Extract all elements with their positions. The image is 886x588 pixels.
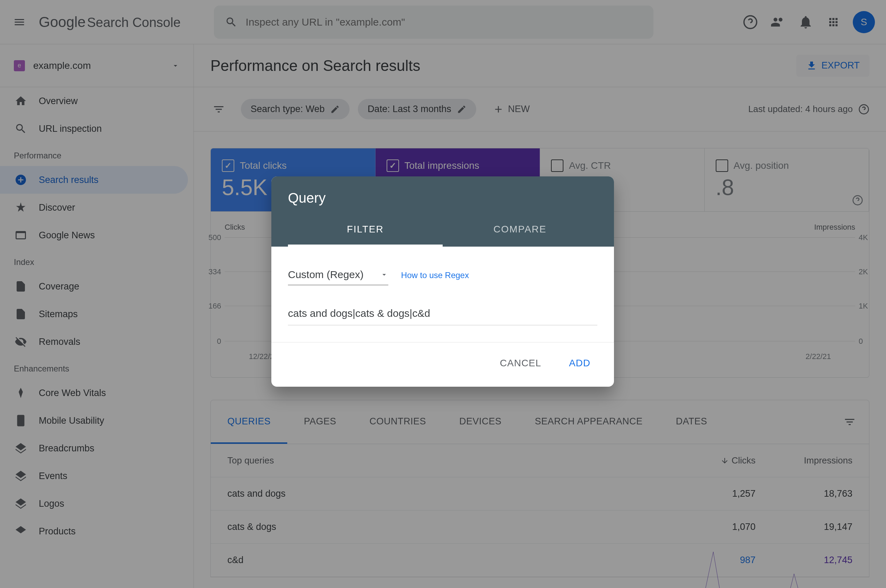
dialog-header: Query FILTER COMPARE: [271, 176, 614, 247]
dialog-tab-compare[interactable]: COMPARE: [443, 214, 597, 247]
filter-type-dropdown[interactable]: Custom (Regex): [288, 266, 388, 285]
regex-help-link[interactable]: How to use Regex: [401, 270, 469, 280]
dialog-tabs: FILTER COMPARE: [288, 214, 597, 247]
dialog-tab-filter[interactable]: FILTER: [288, 214, 443, 247]
query-regex-input[interactable]: [288, 302, 597, 326]
dialog-title: Query: [288, 190, 597, 206]
dialog-actions: CANCEL ADD: [271, 342, 614, 387]
query-filter-dialog: Query FILTER COMPARE Custom (Regex) How …: [271, 176, 614, 387]
chevron-down-icon: [380, 270, 388, 279]
dropdown-value: Custom (Regex): [288, 269, 363, 280]
add-button[interactable]: ADD: [557, 351, 603, 376]
cancel-button[interactable]: CANCEL: [487, 351, 554, 376]
dialog-body: Custom (Regex) How to use Regex: [271, 247, 614, 342]
